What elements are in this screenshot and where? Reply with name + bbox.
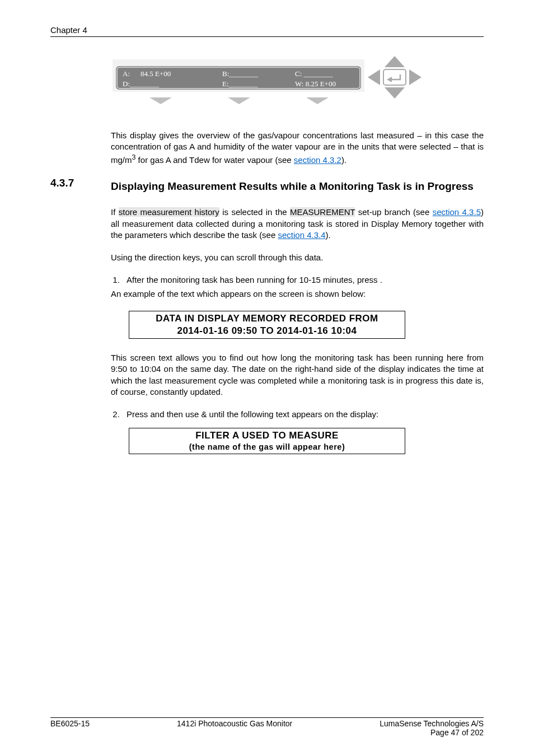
- display-box-data-recorded: DATA IN DISPLAY MEMORY RECORDED FROM 201…: [129, 311, 405, 339]
- footer-right-1: LumaSense Technologies A/S: [380, 719, 484, 728]
- lcd-a-value: 84.5 E+00: [140, 69, 171, 78]
- paragraph-direction-keys: Using the direction keys, you can scroll…: [111, 252, 484, 263]
- highlight-store-measurement: store measurement history: [119, 207, 219, 217]
- list-item-1: After the monitoring task has been runni…: [122, 274, 484, 286]
- link-section-4-3-2[interactable]: section 4.3.2: [294, 155, 341, 165]
- paragraph-overview: This display gives the overview of the g…: [111, 130, 484, 166]
- footer-center: 1412i Photoacoustic Gas Monitor: [177, 719, 292, 728]
- paragraph-screen-text: This screen text allows you to find out …: [111, 352, 484, 398]
- display-box-filter-a: FILTER A USED TO MEASURE (the name of th…: [129, 428, 405, 454]
- paragraph-example-text: An example of the text which appears on …: [111, 288, 484, 300]
- section-number: 4.3.7: [50, 177, 74, 189]
- link-section-4-3-5[interactable]: section 4.3.5: [433, 207, 481, 217]
- lcd-a-label: A:: [123, 69, 130, 78]
- page-footer: BE6025-15 1412i Photoacoustic Gas Monito…: [50, 717, 484, 737]
- footer-left: BE6025-15: [50, 719, 90, 728]
- section-heading: Displaying Measurement Results while a M…: [111, 179, 484, 194]
- highlight-measurement: MEASUREMENT: [290, 207, 355, 217]
- lcd-d-label: D:________: [123, 80, 160, 88]
- lcd-readout-figure: A: 84.5 E+00 B:________ C: ________ D:__…: [110, 54, 424, 115]
- lcd-c-label: C: ________: [295, 69, 333, 78]
- link-section-4-3-4[interactable]: section 4.3.4: [278, 230, 325, 240]
- list-item-2: Press and then use & until the following…: [122, 409, 484, 420]
- lcd-w-label: W: 8.25 E+00: [295, 80, 336, 88]
- header-rule: [50, 36, 484, 37]
- lcd-e-label: E:________: [222, 80, 258, 88]
- lcd-b-label: B:________: [222, 69, 259, 78]
- paragraph-store-history: If store measurement history is selected…: [111, 207, 484, 241]
- lcd-svg: A: 84.5 E+00 B:________ C: ________ D:__…: [110, 54, 424, 115]
- chapter-header: Chapter 4: [50, 25, 484, 36]
- footer-page-number: Page 47 of 202: [430, 728, 484, 737]
